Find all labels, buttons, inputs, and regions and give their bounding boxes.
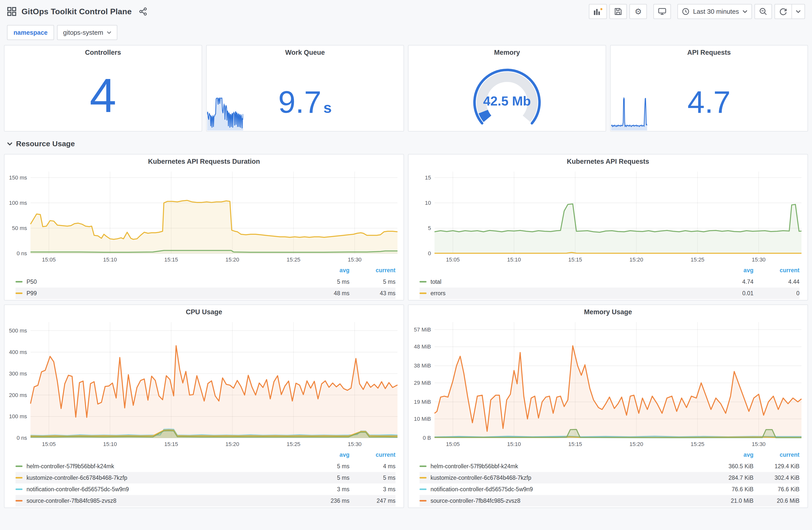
legend-avg-value: 21.0 MiB — [711, 498, 753, 504]
chevron-down-icon — [107, 31, 111, 34]
legend-series-toggle[interactable]: notification-controller-6d56575dc-5w9n9 — [420, 486, 711, 493]
cycle-view-mode-button[interactable] — [653, 4, 671, 19]
series-color-dash-icon — [15, 488, 23, 490]
save-icon — [614, 8, 622, 15]
legend-current-value: 5 ms — [349, 279, 395, 285]
legend-current-value: 43 ms — [349, 290, 395, 297]
svg-text:48 MiB: 48 MiB — [414, 343, 431, 350]
legend-row: kustomize-controller-6c6784b468-7kzfp5 m… — [15, 472, 395, 484]
legend-avg-value: 284.7 KiB — [711, 474, 753, 481]
legend-sort-current[interactable]: current — [349, 452, 395, 458]
svg-text:29 MiB: 29 MiB — [414, 380, 431, 386]
legend-sort-current[interactable]: current — [753, 452, 799, 458]
panel-k8s-api-requests: Kubernetes API Requests 05101515:0515:10… — [408, 154, 808, 300]
legend-series-name: source-controller-7fb84fc985-zvsz8 — [431, 498, 520, 504]
svg-text:15:15: 15:15 — [164, 256, 178, 263]
section-resource-usage[interactable]: Resource Usage — [4, 132, 808, 154]
legend-series-toggle[interactable]: helm-controller-57f9b56bbf-k24mk — [420, 463, 711, 470]
legend-sort-avg[interactable]: avg — [711, 267, 753, 274]
add-panel-icon — [593, 8, 603, 15]
panel-title[interactable]: Memory Usage — [408, 305, 808, 319]
series-color-dash-icon — [15, 466, 23, 467]
legend-series-toggle[interactable]: total — [420, 279, 711, 285]
namespace-variable-select[interactable]: gitops-system — [57, 25, 117, 40]
svg-text:15:30: 15:30 — [752, 256, 766, 263]
svg-text:15:15: 15:15 — [164, 441, 178, 447]
svg-text:400 ms: 400 ms — [9, 349, 27, 355]
legend-row: P505 ms5 ms — [15, 276, 395, 288]
svg-text:15:30: 15:30 — [348, 256, 361, 263]
panel-title[interactable]: CPU Usage — [4, 305, 404, 319]
tv-icon — [658, 8, 666, 15]
legend-sort-avg[interactable]: avg — [307, 452, 349, 458]
legend-series-toggle[interactable]: kustomize-controller-6c6784b468-7kzfp — [420, 474, 711, 481]
dashboard-header: GitOps Toolkit Control Plane — [4, 0, 808, 23]
legend-series-toggle[interactable]: source-controller-7fb84fc985-zvsz8 — [15, 498, 307, 504]
series-color-dash-icon — [420, 477, 426, 479]
svg-text:15:25: 15:25 — [287, 441, 301, 447]
legend-series-toggle[interactable]: kustomize-controller-6c6784b468-7kzfp — [15, 474, 307, 481]
legend-series-toggle[interactable]: helm-controller-57f9b56bbf-k24mk — [15, 463, 307, 470]
series-color-dash-icon — [420, 466, 426, 467]
legend-series-toggle[interactable]: notification-controller-6d56575dc-5w9n9 — [15, 486, 307, 493]
clock-icon — [682, 8, 690, 15]
legend-avg-value: 360.5 KiB — [711, 463, 753, 470]
zoom-out-time-button[interactable] — [754, 4, 772, 19]
legend-row: source-controller-7fb84fc985-zvsz821.0 M… — [420, 495, 799, 506]
legend-series-toggle[interactable]: errors — [420, 290, 711, 297]
svg-text:15:05: 15:05 — [446, 441, 460, 447]
svg-text:15:10: 15:10 — [103, 256, 117, 263]
memory-usage-chart: 0 B10 MiB19 MiB29 MiB38 MiB48 MiB57 MiB1… — [408, 319, 808, 449]
share-icon[interactable] — [139, 7, 147, 16]
legend-avg-value: 4.74 — [711, 279, 753, 285]
dashboard-settings-button[interactable]: ⚙ — [629, 4, 647, 19]
cpu-usage-chart: 0 ns100 ms200 ms300 ms400 ms500 ms15:051… — [4, 319, 404, 449]
panel-title[interactable]: Kubernetes API Requests Duration — [4, 154, 404, 168]
controllers-stat-value: 4 — [4, 59, 202, 131]
legend-avg-value: 5 ms — [307, 463, 349, 470]
svg-text:15:10: 15:10 — [507, 256, 521, 263]
svg-text:15:25: 15:25 — [691, 256, 705, 263]
svg-text:50 ms: 50 ms — [12, 225, 27, 231]
legend-series-name: helm-controller-57f9b56bbf-k24mk — [431, 463, 518, 470]
variables-row: namespace gitops-system — [4, 23, 808, 45]
svg-text:15:30: 15:30 — [348, 441, 361, 447]
legend-series-toggle[interactable]: source-controller-7fb84fc985-zvsz8 — [420, 498, 711, 504]
legend-series-toggle[interactable]: P50 — [15, 279, 307, 285]
refresh-interval-dropdown[interactable] — [792, 4, 805, 19]
legend-series-name: errors — [431, 290, 446, 297]
chart-legend: avgcurrentP505 ms5 msP9948 ms43 ms — [4, 265, 404, 299]
work-queue-stat-value: 9.7s — [207, 87, 404, 118]
time-range-picker[interactable]: Last 30 minutes — [678, 4, 752, 19]
panel-k8s-api-requests-duration: Kubernetes API Requests Duration 0 ns50 … — [4, 154, 404, 300]
svg-text:15:20: 15:20 — [629, 441, 643, 447]
panel-title[interactable]: Kubernetes API Requests — [408, 154, 808, 168]
legend-sort-avg[interactable]: avg — [711, 452, 753, 458]
legend-row: P9948 ms43 ms — [15, 288, 395, 299]
refresh-button[interactable] — [774, 4, 792, 19]
save-dashboard-button[interactable] — [609, 4, 627, 19]
legend-sort-current[interactable]: current — [349, 267, 395, 274]
legend-series-name: kustomize-controller-6c6784b468-7kzfp — [431, 474, 531, 481]
panel-title[interactable]: Work Queue — [207, 45, 404, 59]
panel-work-queue: Work Queue 9.7s — [206, 45, 404, 132]
svg-text:38 MiB: 38 MiB — [414, 363, 431, 369]
charts-row-bottom: CPU Usage 0 ns100 ms200 ms300 ms400 ms50… — [4, 305, 808, 508]
legend-avg-value: 76.6 KiB — [711, 486, 753, 493]
panel-api-requests: API Requests 4.7 — [610, 45, 808, 132]
chart-legend: avgcurrenthelm-controller-57f9b56bbf-k24… — [408, 449, 808, 506]
svg-text:0 ns: 0 ns — [16, 435, 27, 441]
legend-series-toggle[interactable]: P99 — [15, 290, 307, 297]
legend-row: total4.744.44 — [420, 276, 799, 288]
panel-title[interactable]: API Requests — [611, 45, 808, 59]
page-title: GitOps Toolkit Control Plane — [21, 7, 132, 16]
panel-title[interactable]: Controllers — [4, 45, 202, 59]
svg-text:0 ns: 0 ns — [16, 250, 27, 256]
panel-title[interactable]: Memory — [408, 45, 606, 59]
add-panel-button[interactable] — [589, 4, 607, 19]
panel-memory-usage: Memory Usage 0 B10 MiB19 MiB29 MiB38 MiB… — [408, 305, 808, 508]
series-color-dash-icon — [15, 477, 23, 479]
legend-sort-avg[interactable]: avg — [307, 267, 349, 274]
legend-sort-current[interactable]: current — [753, 267, 799, 274]
legend-current-value: 5 ms — [349, 474, 395, 481]
